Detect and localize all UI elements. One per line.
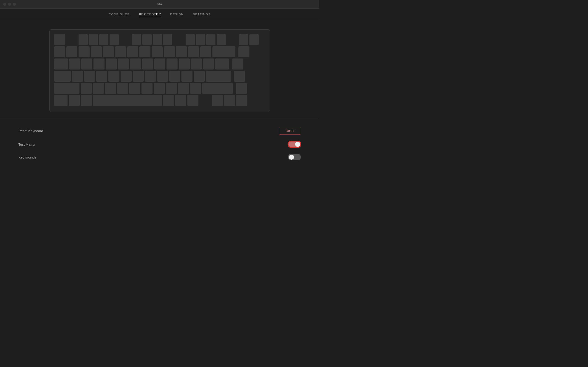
key-5[interactable] [115,46,126,57]
key-f12[interactable] [216,34,226,45]
key-rctrl[interactable] [187,95,199,106]
key-c[interactable] [105,83,116,94]
key-down[interactable] [224,95,235,106]
key-1[interactable] [66,46,78,57]
key-del[interactable] [238,46,250,57]
key-lwin[interactable] [69,95,80,106]
key-0[interactable] [176,46,187,57]
key-r[interactable] [106,58,117,69]
key-h[interactable] [133,71,144,82]
test-matrix-toggle-thumb [295,142,300,147]
key-7[interactable] [139,46,150,57]
key-p[interactable] [179,58,190,69]
tab-design[interactable]: DESIGN [170,12,184,17]
key-slash[interactable] [190,83,201,94]
test-matrix-label: Test Matrix [18,142,35,146]
key-j[interactable] [145,71,156,82]
key-f7[interactable] [153,34,162,45]
key-i[interactable] [154,58,165,69]
key-f4[interactable] [110,34,119,45]
key-f1[interactable] [78,34,88,45]
key-m[interactable] [154,83,165,94]
key-tab[interactable] [54,58,68,69]
key-fn[interactable] [175,95,186,106]
key-space[interactable] [93,95,162,106]
key-o[interactable] [166,58,178,69]
key-z[interactable] [81,83,92,94]
key-g[interactable] [121,71,132,82]
key-f3[interactable] [99,34,108,45]
key-q[interactable] [69,58,80,69]
key-prtsc[interactable] [239,34,248,45]
key-k[interactable] [157,71,168,82]
key-backspace[interactable] [212,46,235,57]
key-9[interactable] [164,46,175,57]
tab-settings[interactable]: SETTINGS [193,12,211,17]
key-quote[interactable] [194,71,205,82]
key-esc[interactable] [54,34,65,45]
key-enter[interactable] [206,71,231,82]
key-8[interactable] [152,46,163,57]
key-f2[interactable] [89,34,98,45]
key-backslash[interactable] [215,58,229,69]
key-s[interactable] [84,71,95,82]
key-f8[interactable] [163,34,172,45]
key-right[interactable] [236,95,247,106]
key-sounds-toggle-track[interactable] [288,154,301,160]
keyboard-container [0,20,319,119]
key-2[interactable] [78,46,90,57]
key-backtick[interactable] [54,46,65,57]
key-lctrl[interactable] [54,95,68,106]
close-button[interactable] [3,3,6,6]
minimize-button[interactable] [8,3,11,6]
key-comma[interactable] [166,83,177,94]
key-lshift[interactable] [54,83,79,94]
key-sounds-toggle[interactable] [288,154,301,160]
key-up[interactable] [236,83,247,94]
key-caps[interactable] [54,71,71,82]
key-sounds-toggle-thumb [289,155,294,160]
key-6[interactable] [127,46,138,57]
key-f6[interactable] [142,34,152,45]
key-rshift[interactable] [202,83,233,94]
key-f5[interactable] [132,34,141,45]
key-x[interactable] [93,83,104,94]
key-b[interactable] [129,83,140,94]
key-period[interactable] [178,83,189,94]
key-pgup[interactable] [232,58,243,69]
reset-keyboard-row: Reset Keyboard Reset [18,124,301,138]
maximize-button[interactable] [13,3,16,6]
key-left[interactable] [212,95,223,106]
key-u[interactable] [142,58,153,69]
tab-key-tester[interactable]: KEY TESTER [139,11,161,17]
key-f11[interactable] [206,34,216,45]
key-v[interactable] [117,83,128,94]
key-4[interactable] [103,46,114,57]
key-y[interactable] [130,58,141,69]
key-semicolon[interactable] [182,71,192,82]
key-lalt[interactable] [81,95,92,106]
key-ralt[interactable] [163,95,174,106]
key-lbracket[interactable] [191,58,202,69]
key-l[interactable] [169,71,180,82]
key-a[interactable] [72,71,83,82]
key-w[interactable] [81,58,92,69]
key-pgdn[interactable] [234,71,245,82]
traffic-lights [3,3,16,6]
key-minus[interactable] [188,46,199,57]
test-matrix-toggle[interactable] [288,141,301,148]
key-f10[interactable] [196,34,205,45]
key-rbracket[interactable] [203,58,214,69]
key-n[interactable] [141,83,153,94]
key-f9[interactable] [186,34,195,45]
key-e[interactable] [94,58,104,69]
key-equals[interactable] [200,46,211,57]
key-3[interactable] [91,46,102,57]
test-matrix-toggle-track[interactable] [288,141,301,148]
tab-configure[interactable]: CONFIGURE [109,12,130,17]
key-f[interactable] [108,71,120,82]
key-d[interactable] [96,71,107,82]
reset-button[interactable]: Reset [279,127,301,135]
key-scrlk[interactable] [250,34,259,45]
key-t[interactable] [118,58,129,69]
